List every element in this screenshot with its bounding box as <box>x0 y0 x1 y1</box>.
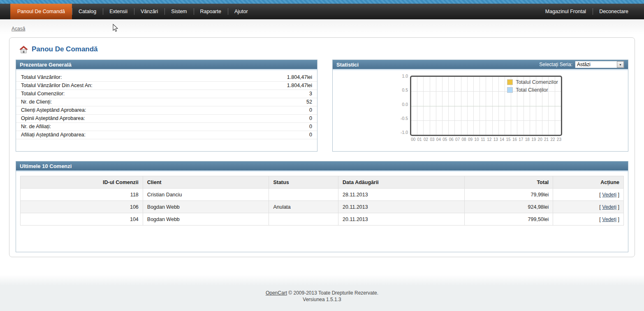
opencart-link[interactable]: OpenCart <box>266 290 287 296</box>
chart-plot: Totalul ComenzilorTotal Clienților <box>410 76 562 136</box>
overview-panel: Prezentare Generală Totalul Vânzărilor:1… <box>16 60 317 152</box>
nav-right-menu: Magazinul FrontalDeconectare <box>539 4 635 19</box>
orders-col-client: Client <box>143 176 269 189</box>
chart-x-tick: 11 <box>480 137 486 142</box>
statistics-title: Statistici <box>336 62 359 68</box>
nav-link-ajutor[interactable]: Ajutor <box>228 4 255 19</box>
chart-x-tick: 00 <box>410 137 416 142</box>
nav-link-magazinul-frontal[interactable]: Magazinul Frontal <box>539 4 593 19</box>
chart-x-tick: 22 <box>549 137 556 142</box>
nav-link-deconectare[interactable]: Deconectare <box>593 4 635 19</box>
orders-col-status: Status <box>269 176 338 189</box>
order-cell-date: 28.11.2013 <box>338 189 465 201</box>
legend-label: Total Clienților <box>516 87 548 93</box>
order-cell-status <box>269 189 338 201</box>
nav-link-vanzari[interactable]: Vânzări <box>134 4 164 19</box>
order-cell-action: [ Vedeți ] <box>553 201 624 213</box>
order-view-link[interactable]: Vedeți <box>602 204 616 210</box>
legend-swatch <box>507 87 513 93</box>
latest-orders-heading: Ultimele 10 Comenzi <box>16 161 628 170</box>
orders-col-id-ul-comenzii: ID-ul Comenzii <box>21 176 143 189</box>
series-select-label: Selectați Seria: <box>539 62 572 67</box>
order-cell-id: 106 <box>21 201 143 213</box>
order-cell-total: 924,98lei <box>464 201 553 213</box>
orders-table: ID-ul ComenziiClientStatusData Adăugării… <box>20 176 624 226</box>
order-cell-date: 20.11.2013 <box>338 201 465 213</box>
chart-gridline <box>411 106 561 106</box>
overview-row-label: Totalul Vânzărilor: <box>21 74 62 80</box>
breadcrumb-home-link[interactable]: Acasă <box>12 26 25 32</box>
order-cell-id: 118 <box>21 189 143 201</box>
overview-row-label: Totalul Vânzărilor Din Acest An: <box>21 83 93 88</box>
page-heading: Panou De Comandă <box>19 44 628 55</box>
orders-table-head: ID-ul ComenziiClientStatusData Adăugării… <box>21 176 624 189</box>
nav-link-rapoarte[interactable]: Rapoarte <box>194 4 228 19</box>
latest-orders-content: ID-ul ComenziiClientStatusData Adăugării… <box>16 170 628 252</box>
latest-orders-title: Ultimele 10 Comenzi <box>20 163 72 169</box>
series-select[interactable]: Astăzi ▼ <box>575 61 624 68</box>
overview-title: Prezentare Generală <box>20 62 72 68</box>
chart-main: Totalul ComenzilorTotal Clienților 00010… <box>410 76 562 142</box>
nav-item-rapoarte: Rapoarte <box>194 4 228 19</box>
breadcrumb: Acasă <box>0 19 644 37</box>
chart-x-tick: 06 <box>448 137 454 142</box>
nav-link-sistem[interactable]: Sistem <box>164 4 193 19</box>
overview-row-value: 0 <box>309 124 312 129</box>
nav-item-sistem: Sistem <box>164 4 193 19</box>
chart-x-tick: 03 <box>429 137 435 142</box>
order-cell-client: Bogdan Webb <box>143 201 269 213</box>
nav-item-vanzari: Vânzări <box>134 4 164 19</box>
series-picker: Selectați Seria: Astăzi ▼ <box>539 61 624 68</box>
nav-item-deconectare: Deconectare <box>593 4 635 19</box>
overview-row-value: 0 <box>309 132 312 138</box>
chart-x-tick: 21 <box>543 137 549 142</box>
legend-swatch <box>507 79 513 85</box>
footer-copyright: OpenCart © 2009-2013 Toate Drepturile Re… <box>0 290 644 296</box>
chart: 1.00.50.0-0.5-1.0 Totalul ComenzilorTota… <box>398 76 562 142</box>
overview-row: Nr. de Afiliați:0 <box>16 123 317 131</box>
orders-col-total: Total <box>464 176 553 189</box>
chart-x-tick: 20 <box>537 137 543 142</box>
overview-row: Opinii Așteptând Aprobarea:0 <box>16 115 317 123</box>
overview-row: Totalul Vânzărilor Din Acest An:1.804,47… <box>16 82 317 90</box>
overview-row-value: 1.804,47lei <box>287 83 312 88</box>
chart-x-tick: 04 <box>436 137 442 142</box>
legend-item-total-clientilor: Total Clienților <box>507 87 558 93</box>
overview-row-label: Totalul Comenzilor: <box>21 91 65 97</box>
footer: OpenCart © 2009-2013 Toate Drepturile Re… <box>0 267 644 311</box>
nav-link-catalog[interactable]: Catalog <box>72 4 103 19</box>
order-cell-id: 104 <box>21 213 143 226</box>
chart-x-tick: 09 <box>467 137 473 142</box>
chart-y-tick: 0.0 <box>398 102 410 106</box>
chart-x-tick: 01 <box>416 137 422 142</box>
statistics-chart-area: 1.00.50.0-0.5-1.0 Totalul ComenzilorTota… <box>333 69 628 151</box>
chart-x-tick: 18 <box>524 137 530 142</box>
chart-x-tick: 16 <box>512 137 518 142</box>
overview-list: Totalul Vânzărilor:1.804,47leiTotalul Vâ… <box>16 69 317 151</box>
legend-item-totalul-comenzilor: Totalul Comenzilor <box>507 79 558 85</box>
chevron-down-icon[interactable]: ▼ <box>617 61 624 68</box>
chart-x-tick: 10 <box>473 137 480 142</box>
footer-copyright-text: © 2009-2013 Toate Drepturile Rezervate. <box>287 290 378 296</box>
chart-x-tick: 12 <box>486 137 492 142</box>
chart-legend: Totalul ComenzilorTotal Clienților <box>507 79 558 95</box>
overview-row: Totalul Comenzilor:3 <box>16 90 317 98</box>
order-view-link[interactable]: Vedeți <box>602 192 616 198</box>
order-cell-action: [ Vedeți ] <box>553 213 624 226</box>
legend-label: Totalul Comenzilor <box>516 79 558 85</box>
order-view-link[interactable]: Vedeți <box>602 217 616 222</box>
chart-y-tick: -1.0 <box>398 130 410 134</box>
nav-link-extensii[interactable]: Extensii <box>103 4 134 19</box>
nav-link-panoul-de-comanda[interactable]: Panoul De Comandă <box>10 4 72 19</box>
chart-y-axis: 1.00.50.0-0.5-1.0 <box>398 76 410 142</box>
statistics-panel: Statistici Selectați Seria: Astăzi ▼ 1.0… <box>332 60 628 152</box>
overview-row-value: 0 <box>309 115 312 121</box>
overview-row-label: Nr. de Clienți: <box>21 99 52 105</box>
overview-row: Clienți Așteptând Aprobarea:0 <box>16 106 317 115</box>
overview-row-label: Nr. de Afiliați: <box>21 124 51 129</box>
orders-table-body: 118Cristian Danciu 28.11.201379,99lei[ V… <box>21 189 624 226</box>
statistics-panel-heading: Statistici Selectați Seria: Astăzi ▼ <box>333 60 628 69</box>
chart-x-tick: 05 <box>442 137 448 142</box>
overview-row-value: 0 <box>309 107 312 113</box>
table-row-order-118: 118Cristian Danciu 28.11.201379,99lei[ V… <box>21 189 624 201</box>
